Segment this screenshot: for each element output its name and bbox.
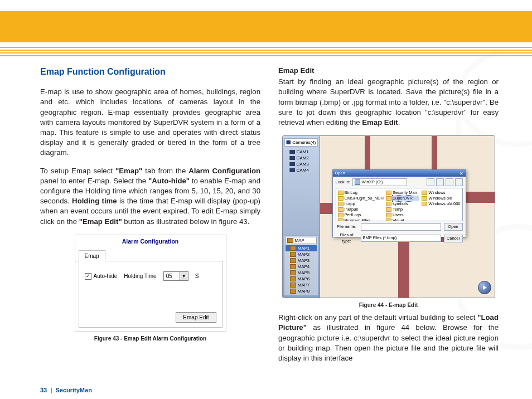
checkbox-icon: ✓ xyxy=(85,273,91,280)
sidebar-item-map[interactable]: MAP7 xyxy=(286,282,317,288)
camera-tree-label: Cameras(4) xyxy=(292,139,316,145)
folder-icon xyxy=(386,207,391,212)
page-footer: 33 | SecurityMan xyxy=(40,387,92,393)
map-tree: MAP MAP1MAP2MAP3MAP4MAP5MAP6MAP7MAP8 xyxy=(284,235,318,295)
file-list-item[interactable]: Windows xyxy=(422,190,460,195)
sidebar-item-map[interactable]: MAP4 xyxy=(286,264,317,270)
cancel-button[interactable]: Cancel xyxy=(444,235,463,242)
file-label: Windows.old xyxy=(428,196,452,201)
look-in-value: WinXP (C:) xyxy=(362,179,383,185)
figure-44: Cameras(4) CAM1CAM2CAM3CAM4 MAP MAP1MAP2… xyxy=(278,135,499,309)
footer-separator: | xyxy=(49,387,54,393)
views-icon[interactable] xyxy=(455,178,463,186)
file-list-item[interactable]: Temp xyxy=(386,207,419,212)
file-list-item[interactable]: Windows.old xyxy=(422,196,460,201)
camera-icon xyxy=(289,162,295,166)
file-label: BinLog xyxy=(345,190,357,196)
text: To setup Emap select xyxy=(40,167,115,175)
folder-icon xyxy=(386,191,391,195)
text-bold: Emap Edit xyxy=(362,118,398,126)
open-file-dialog: Open ✕ Look in: WinXP (C:) xyxy=(332,169,466,237)
sidebar-item-map[interactable]: MAP8 xyxy=(286,288,317,294)
tab-panel: ✓ Auto-hide Holding Time 05 ▼ S Emap Edi… xyxy=(79,261,223,328)
camera-label: CAM1 xyxy=(297,149,309,155)
close-icon[interactable]: ✕ xyxy=(460,171,463,177)
tab-emap[interactable]: Emap xyxy=(79,250,105,261)
map-label: MAP7 xyxy=(298,282,310,288)
file-list-item[interactable]: Security Man xyxy=(386,190,419,195)
chevron-down-icon: ▼ xyxy=(180,272,188,280)
sidebar-item-camera[interactable]: CAM4 xyxy=(284,167,318,173)
look-in-label: Look in: xyxy=(336,179,350,185)
sidebar-item-camera[interactable]: CAM2 xyxy=(284,155,318,161)
sidebar-item-map[interactable]: MAP5 xyxy=(286,270,317,276)
page-number: 33 xyxy=(40,387,47,393)
sidebar-item-map[interactable]: MAP2 xyxy=(286,251,317,257)
file-label: Windows.old.000 xyxy=(428,201,460,207)
emap-canvas[interactable]: Open ✕ Look in: WinXP (C:) xyxy=(320,136,495,298)
file-list-item[interactable]: BinLog xyxy=(338,190,384,195)
sidebar-item-map[interactable]: MAP3 xyxy=(286,257,317,264)
header-rule xyxy=(0,55,532,56)
new-folder-icon[interactable] xyxy=(446,178,453,186)
file-list-item[interactable]: Users xyxy=(386,212,419,217)
window-title: Alarm Configuration xyxy=(75,235,226,250)
map-icon xyxy=(290,283,296,288)
camera-label: CAM2 xyxy=(297,155,309,161)
right-column: Emap Edit Start by finding an ideal geog… xyxy=(278,66,499,388)
body-paragraph: Start by finding an ideal geographic pic… xyxy=(278,77,499,128)
dialog-toolbar: Look in: WinXP (C:) xyxy=(333,177,466,188)
map-icon xyxy=(290,270,296,275)
camera-label: CAM3 xyxy=(297,161,309,167)
emap-edit-button[interactable]: Emap Edit xyxy=(176,312,216,323)
file-list-item[interactable]: h-app xyxy=(338,201,384,206)
file-list-item[interactable]: CMSPlugin_50_NDH xyxy=(338,196,384,201)
folder-icon xyxy=(338,213,344,217)
body-paragraph: E-map is use to show geographic area of … xyxy=(40,87,260,158)
sidebar-item-camera[interactable]: CAM1 xyxy=(284,149,318,155)
camera-tree-root[interactable]: Cameras(4) xyxy=(284,138,318,147)
map-tree-root[interactable]: MAP xyxy=(286,237,317,244)
emap-sidebar: Cameras(4) CAM1CAM2CAM3CAM4 MAP MAP1MAP2… xyxy=(283,136,320,298)
folder-icon xyxy=(422,196,427,201)
file-name-input[interactable] xyxy=(361,223,441,231)
map-label: MAP6 xyxy=(298,276,310,282)
header-band xyxy=(0,0,532,50)
up-folder-icon[interactable] xyxy=(436,178,444,186)
file-label: PerfLogs xyxy=(345,212,361,218)
figure-44-caption: Figure 44 - E-map Edit xyxy=(278,301,499,309)
folder-icon xyxy=(338,191,344,195)
file-list-item[interactable]: Windows.old.000 xyxy=(422,201,460,206)
folder-icon xyxy=(386,196,391,201)
drive-icon xyxy=(355,179,360,185)
file-list-item[interactable]: Inetpub xyxy=(338,207,384,212)
map-tree-label: MAP xyxy=(295,237,304,244)
camera-group-icon xyxy=(286,140,291,144)
file-list-item[interactable]: PerfLogs xyxy=(338,212,384,217)
header-rule xyxy=(0,47,532,48)
text: as illustrated in figure 44 below. Brows… xyxy=(278,323,499,362)
sidebar-item-map[interactable]: MAP6 xyxy=(286,276,317,282)
file-type-combo[interactable]: BMP Files (*.bmp) xyxy=(361,235,441,242)
text: . xyxy=(398,118,400,126)
header-rule xyxy=(0,50,532,51)
dialog-titlebar: Open ✕ xyxy=(333,170,466,177)
camera-icon xyxy=(289,168,295,172)
figure-43: Alarm Configuration Emap ✓ Auto-hide Hol… xyxy=(40,235,260,343)
sidebar-item-map[interactable]: MAP1 xyxy=(286,245,317,251)
file-label: Program Files xyxy=(345,218,371,222)
play-icon xyxy=(482,285,487,290)
file-list-item[interactable]: SuperDVR xyxy=(386,196,419,201)
holding-time-select[interactable]: 05 ▼ xyxy=(163,271,188,281)
text-bold: Alarm Configuration xyxy=(188,167,260,175)
back-icon[interactable] xyxy=(427,178,434,186)
auto-hide-checkbox[interactable]: ✓ Auto-hide xyxy=(85,273,118,280)
play-button[interactable] xyxy=(478,281,491,294)
file-list-item[interactable]: symbols xyxy=(386,201,419,206)
file-label: SuperDVR xyxy=(393,196,413,201)
open-button[interactable]: Open xyxy=(444,223,463,231)
text-bold: "Auto-hide" xyxy=(148,177,190,185)
file-list[interactable]: BinLogSecurity ManWindowsCMSPlugin_50_ND… xyxy=(336,188,463,221)
sidebar-item-camera[interactable]: CAM3 xyxy=(284,161,318,167)
look-in-combo[interactable]: WinXP (C:) xyxy=(352,178,407,186)
